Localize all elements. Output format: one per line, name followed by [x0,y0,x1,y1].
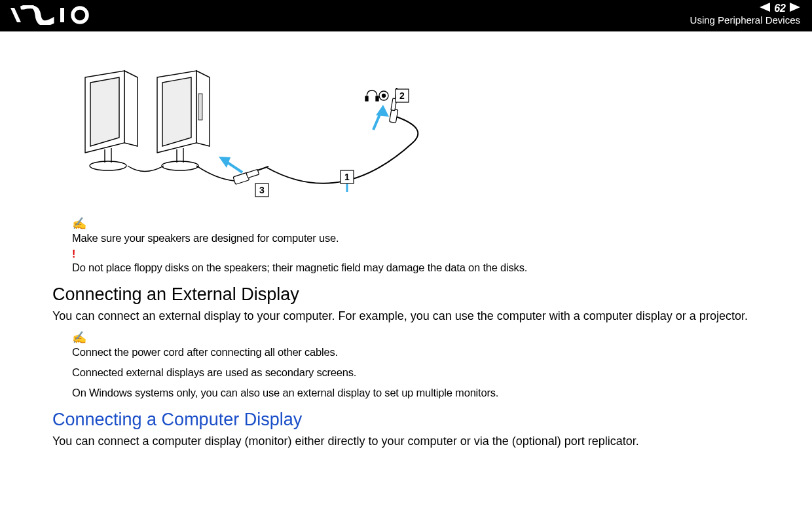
svg-marker-5 [124,71,138,146]
note-speakers-text: Make sure your speakers are designed for… [72,232,786,244]
svg-rect-13 [198,94,202,120]
svg-rect-22 [390,109,398,123]
callout-3-label: 3 [259,185,265,195]
svg-marker-12 [162,77,191,146]
svg-point-7 [90,161,126,170]
warning-icon: ! [72,248,786,260]
svg-marker-2 [760,3,770,12]
speaker-connection-diagram: 2 1 3 [65,64,786,204]
heading-computer-display: Connecting a Computer Display [52,410,786,430]
svg-marker-26 [376,105,389,117]
note-speakers: ✍ Make sure your speakers are designed f… [72,216,786,244]
body-external-display: You can connect an external display to y… [52,309,786,324]
tip-power-cord: Connect the power cord after connecting … [72,346,786,358]
note-icon: ✍ [72,330,786,345]
svg-line-19 [257,166,268,170]
svg-rect-28 [365,96,368,101]
next-page-arrow[interactable] [790,3,800,14]
tips-block: ✍ Connect the power cord after connectin… [72,330,786,399]
svg-marker-3 [790,3,800,12]
callout-1-label: 1 [344,172,350,182]
callout-2-label: 2 [399,90,405,101]
header-section-title: Using Peripheral Devices [690,14,800,26]
svg-point-1 [73,8,87,22]
warning-floppy: ! Do not place floppy disks on the speak… [72,248,786,274]
page-content: 2 1 3 ✍ Make sure your speakers are desi… [0,31,812,450]
page-navigation: 62 Using Peripheral Devices [690,3,800,26]
svg-marker-6 [90,77,119,146]
heading-external-display: Connecting an External Display [52,284,786,305]
vaio-logo [9,5,101,28]
body-computer-display: You can connect a computer display (moni… [52,434,786,449]
note-icon: ✍ [72,216,786,231]
svg-rect-29 [376,96,378,101]
tip-secondary: Connected external displays are used as … [72,366,786,379]
svg-point-31 [382,94,386,98]
tip-windows: On Windows systems only, you can also us… [72,387,786,399]
svg-rect-18 [246,169,259,178]
svg-point-14 [162,161,198,170]
svg-rect-0 [60,8,64,22]
page-header: 62 Using Peripheral Devices [0,0,812,31]
warning-floppy-text: Do not place floppy disks on the speaker… [72,262,786,274]
prev-page-arrow[interactable] [760,3,770,14]
page-number: 62 [774,3,786,14]
